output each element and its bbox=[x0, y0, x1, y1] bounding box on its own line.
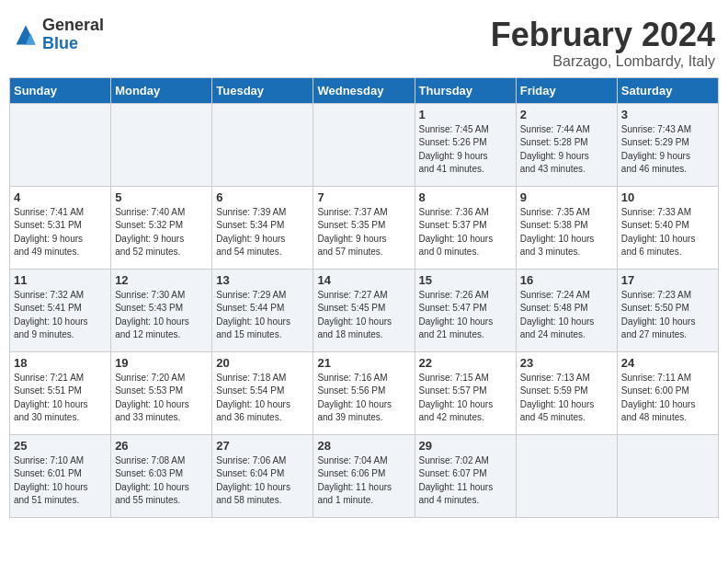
day-number: 16 bbox=[520, 273, 613, 287]
calendar-cell: 13Sunrise: 7:29 AM Sunset: 5:44 PM Dayli… bbox=[212, 269, 313, 351]
day-info: Sunrise: 7:43 AM Sunset: 5:29 PM Dayligh… bbox=[621, 123, 714, 177]
day-info: Sunrise: 7:18 AM Sunset: 5:54 PM Dayligh… bbox=[216, 372, 309, 425]
day-info: Sunrise: 7:39 AM Sunset: 5:34 PM Dayligh… bbox=[216, 206, 309, 259]
day-info: Sunrise: 7:33 AM Sunset: 5:40 PM Dayligh… bbox=[621, 206, 714, 259]
calendar-cell: 24Sunrise: 7:11 AM Sunset: 6:00 PM Dayli… bbox=[617, 351, 718, 434]
calendar-cell: 22Sunrise: 7:15 AM Sunset: 5:57 PM Dayli… bbox=[415, 351, 516, 434]
calendar-cell: 29Sunrise: 7:02 AM Sunset: 6:07 PM Dayli… bbox=[415, 434, 516, 517]
day-number: 20 bbox=[216, 356, 309, 370]
day-number: 22 bbox=[419, 356, 512, 370]
weekday-header-sunday: Sunday bbox=[10, 77, 111, 103]
day-number: 11 bbox=[14, 273, 107, 287]
calendar-cell bbox=[617, 434, 718, 517]
day-info: Sunrise: 7:23 AM Sunset: 5:50 PM Dayligh… bbox=[621, 289, 714, 342]
calendar-week-row: 18Sunrise: 7:21 AM Sunset: 5:51 PM Dayli… bbox=[10, 351, 719, 434]
calendar-cell bbox=[313, 103, 415, 186]
day-info: Sunrise: 7:11 AM Sunset: 6:00 PM Dayligh… bbox=[621, 372, 714, 425]
day-info: Sunrise: 7:13 AM Sunset: 5:59 PM Dayligh… bbox=[520, 372, 613, 425]
day-info: Sunrise: 7:26 AM Sunset: 5:47 PM Dayligh… bbox=[419, 289, 512, 342]
title-area: February 2024 Barzago, Lombardy, Italy bbox=[491, 17, 715, 70]
logo-general: General bbox=[42, 17, 104, 35]
calendar-cell: 1Sunrise: 7:45 AM Sunset: 5:26 PM Daylig… bbox=[415, 103, 516, 186]
day-number: 27 bbox=[216, 439, 309, 453]
calendar-cell: 5Sunrise: 7:40 AM Sunset: 5:32 PM Daylig… bbox=[111, 186, 212, 269]
day-info: Sunrise: 7:35 AM Sunset: 5:38 PM Dayligh… bbox=[520, 206, 613, 259]
calendar-week-row: 11Sunrise: 7:32 AM Sunset: 5:41 PM Dayli… bbox=[10, 269, 719, 351]
day-number: 3 bbox=[621, 108, 714, 121]
calendar-cell: 19Sunrise: 7:20 AM Sunset: 5:53 PM Dayli… bbox=[111, 351, 212, 434]
calendar-cell: 27Sunrise: 7:06 AM Sunset: 6:04 PM Dayli… bbox=[212, 434, 313, 517]
day-number: 29 bbox=[419, 439, 512, 453]
weekday-header-row: SundayMondayTuesdayWednesdayThursdayFrid… bbox=[10, 77, 719, 103]
day-info: Sunrise: 7:20 AM Sunset: 5:53 PM Dayligh… bbox=[115, 372, 208, 425]
calendar-week-row: 1Sunrise: 7:45 AM Sunset: 5:26 PM Daylig… bbox=[10, 103, 719, 186]
day-info: Sunrise: 7:36 AM Sunset: 5:37 PM Dayligh… bbox=[419, 206, 512, 259]
calendar-cell bbox=[10, 103, 111, 186]
day-number: 18 bbox=[14, 356, 107, 370]
day-number: 28 bbox=[317, 439, 410, 453]
day-info: Sunrise: 7:02 AM Sunset: 6:07 PM Dayligh… bbox=[419, 454, 512, 508]
day-number: 2 bbox=[520, 108, 613, 121]
location-subtitle: Barzago, Lombardy, Italy bbox=[491, 53, 715, 70]
day-number: 1 bbox=[419, 108, 512, 121]
calendar-cell: 20Sunrise: 7:18 AM Sunset: 5:54 PM Dayli… bbox=[212, 351, 313, 434]
weekday-header-saturday: Saturday bbox=[617, 77, 718, 103]
weekday-header-wednesday: Wednesday bbox=[313, 77, 415, 103]
calendar-cell: 25Sunrise: 7:10 AM Sunset: 6:01 PM Dayli… bbox=[10, 434, 111, 517]
weekday-header-tuesday: Tuesday bbox=[212, 77, 313, 103]
day-number: 23 bbox=[520, 356, 613, 370]
calendar-cell: 9Sunrise: 7:35 AM Sunset: 5:38 PM Daylig… bbox=[516, 186, 617, 269]
calendar-cell bbox=[212, 103, 313, 186]
day-info: Sunrise: 7:10 AM Sunset: 6:01 PM Dayligh… bbox=[14, 454, 107, 508]
logo-text: General Blue bbox=[42, 17, 104, 53]
logo-blue: Blue bbox=[42, 35, 104, 53]
day-number: 19 bbox=[115, 356, 208, 370]
calendar-cell: 15Sunrise: 7:26 AM Sunset: 5:47 PM Dayli… bbox=[415, 269, 516, 351]
calendar-cell: 2Sunrise: 7:44 AM Sunset: 5:28 PM Daylig… bbox=[516, 103, 617, 186]
day-number: 5 bbox=[115, 190, 208, 204]
weekday-header-friday: Friday bbox=[516, 77, 617, 103]
calendar-cell: 16Sunrise: 7:24 AM Sunset: 5:48 PM Dayli… bbox=[516, 269, 617, 351]
day-number: 25 bbox=[14, 439, 107, 453]
day-info: Sunrise: 7:30 AM Sunset: 5:43 PM Dayligh… bbox=[115, 289, 208, 342]
day-number: 4 bbox=[14, 190, 107, 204]
day-number: 7 bbox=[317, 190, 410, 204]
calendar-cell: 17Sunrise: 7:23 AM Sunset: 5:50 PM Dayli… bbox=[617, 269, 718, 351]
month-year-title: February 2024 bbox=[491, 17, 715, 53]
day-info: Sunrise: 7:15 AM Sunset: 5:57 PM Dayligh… bbox=[419, 372, 512, 425]
calendar-cell: 26Sunrise: 7:08 AM Sunset: 6:03 PM Dayli… bbox=[111, 434, 212, 517]
calendar-cell bbox=[111, 103, 212, 186]
day-info: Sunrise: 7:32 AM Sunset: 5:41 PM Dayligh… bbox=[14, 289, 107, 342]
calendar-cell: 23Sunrise: 7:13 AM Sunset: 5:59 PM Dayli… bbox=[516, 351, 617, 434]
day-number: 21 bbox=[317, 356, 410, 370]
calendar-cell: 8Sunrise: 7:36 AM Sunset: 5:37 PM Daylig… bbox=[415, 186, 516, 269]
day-number: 6 bbox=[216, 190, 309, 204]
day-info: Sunrise: 7:04 AM Sunset: 6:06 PM Dayligh… bbox=[317, 454, 410, 508]
logo: General Blue bbox=[13, 17, 104, 53]
day-number: 12 bbox=[115, 273, 208, 287]
calendar-week-row: 4Sunrise: 7:41 AM Sunset: 5:31 PM Daylig… bbox=[10, 186, 719, 269]
day-number: 26 bbox=[115, 439, 208, 453]
calendar-cell: 28Sunrise: 7:04 AM Sunset: 6:06 PM Dayli… bbox=[313, 434, 415, 517]
calendar-cell: 3Sunrise: 7:43 AM Sunset: 5:29 PM Daylig… bbox=[617, 103, 718, 186]
day-info: Sunrise: 7:21 AM Sunset: 5:51 PM Dayligh… bbox=[14, 372, 107, 425]
day-number: 24 bbox=[621, 356, 714, 370]
day-info: Sunrise: 7:08 AM Sunset: 6:03 PM Dayligh… bbox=[115, 454, 208, 508]
day-info: Sunrise: 7:16 AM Sunset: 5:56 PM Dayligh… bbox=[317, 372, 410, 425]
day-info: Sunrise: 7:37 AM Sunset: 5:35 PM Dayligh… bbox=[317, 206, 410, 259]
calendar-cell: 18Sunrise: 7:21 AM Sunset: 5:51 PM Dayli… bbox=[10, 351, 111, 434]
day-info: Sunrise: 7:44 AM Sunset: 5:28 PM Dayligh… bbox=[520, 123, 613, 177]
calendar-cell: 7Sunrise: 7:37 AM Sunset: 5:35 PM Daylig… bbox=[313, 186, 415, 269]
day-number: 10 bbox=[621, 190, 714, 204]
calendar-cell: 21Sunrise: 7:16 AM Sunset: 5:56 PM Dayli… bbox=[313, 351, 415, 434]
day-number: 9 bbox=[520, 190, 613, 204]
calendar-week-row: 25Sunrise: 7:10 AM Sunset: 6:01 PM Dayli… bbox=[10, 434, 719, 517]
calendar-cell bbox=[516, 434, 617, 517]
logo-icon bbox=[13, 22, 39, 48]
day-info: Sunrise: 7:27 AM Sunset: 5:45 PM Dayligh… bbox=[317, 289, 410, 342]
day-number: 14 bbox=[317, 273, 410, 287]
day-info: Sunrise: 7:41 AM Sunset: 5:31 PM Dayligh… bbox=[14, 206, 107, 259]
day-number: 8 bbox=[419, 190, 512, 204]
page-header: General Blue February 2024 Barzago, Lomb… bbox=[9, 9, 719, 70]
calendar-table: SundayMondayTuesdayWednesdayThursdayFrid… bbox=[9, 77, 719, 518]
